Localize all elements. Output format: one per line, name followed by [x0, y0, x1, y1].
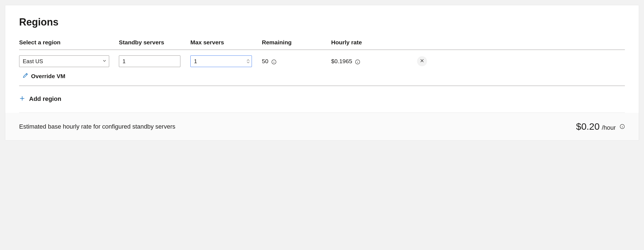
add-region-label: Add region	[29, 95, 61, 103]
estimate-text: Estimated base hourly rate for configure…	[19, 123, 175, 130]
spinner-buttons[interactable]	[247, 59, 250, 64]
svg-point-2	[274, 61, 274, 61]
col-header-max: Max servers	[190, 39, 262, 46]
chevron-up-icon	[247, 59, 250, 61]
regions-table-header: Select a region Standby servers Max serv…	[19, 39, 625, 50]
override-vm-label: Override VM	[31, 73, 65, 80]
info-icon[interactable]	[271, 59, 277, 65]
add-region-button[interactable]: Add region	[19, 86, 625, 113]
chevron-down-icon	[247, 62, 250, 64]
estimate-footer: Estimated base hourly rate for configure…	[5, 113, 639, 140]
table-row: East US	[19, 50, 625, 86]
estimate-amount: $0.20	[576, 121, 600, 132]
pencil-icon	[22, 73, 28, 80]
svg-point-5	[357, 61, 358, 61]
svg-line-8	[26, 74, 27, 75]
section-title: Regions	[19, 16, 625, 28]
regions-card: Regions Select a region Standby servers …	[5, 5, 639, 141]
region-select[interactable]: East US	[19, 55, 109, 67]
close-icon	[420, 58, 424, 64]
max-servers-input[interactable]	[190, 55, 252, 67]
plus-icon	[19, 95, 25, 103]
info-icon[interactable]	[620, 124, 625, 129]
col-header-standby: Standby servers	[119, 39, 190, 46]
svg-point-13	[622, 125, 622, 126]
info-icon[interactable]	[355, 59, 360, 65]
col-header-rate: Hourly rate	[331, 39, 417, 46]
remove-region-button[interactable]	[417, 56, 427, 66]
hourly-rate-value: $0.1965	[331, 58, 352, 64]
override-vm-button[interactable]: Override VM	[22, 73, 65, 80]
standby-servers-input[interactable]	[119, 55, 180, 67]
estimate-suffix: /hour	[602, 124, 616, 131]
remaining-value: 50	[262, 58, 268, 64]
col-header-remaining: Remaining	[262, 39, 331, 46]
col-header-region: Select a region	[19, 39, 119, 46]
